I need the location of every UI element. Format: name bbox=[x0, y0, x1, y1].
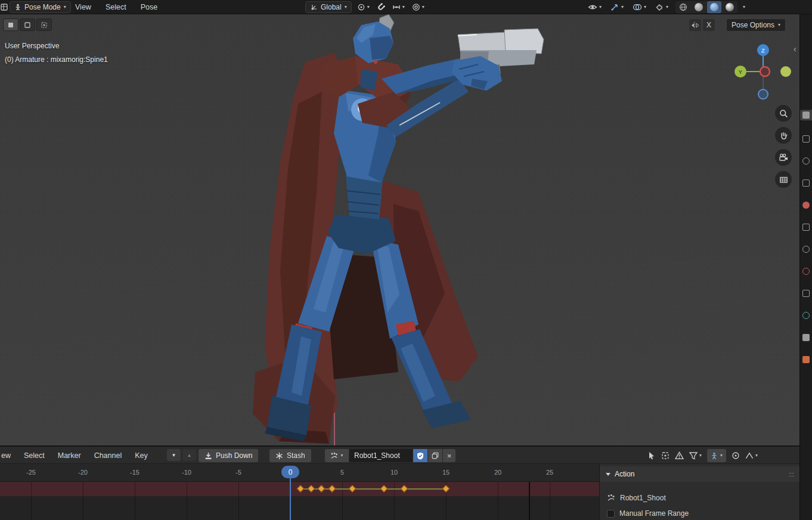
fake-user-toggle[interactable] bbox=[413, 449, 427, 462]
browse-action-dropdown[interactable]: ▾ bbox=[325, 449, 349, 462]
selected-frame-filter-icon[interactable] bbox=[661, 451, 670, 460]
menu-select[interactable]: Select bbox=[106, 3, 126, 11]
mode-selector-dropdown[interactable]: Pose Mode ▾ bbox=[10, 1, 71, 13]
menu-view[interactable]: View bbox=[75, 3, 91, 11]
chevron-down-icon: ▾ bbox=[340, 453, 343, 458]
properties-tab-icon[interactable] bbox=[802, 202, 810, 209]
properties-tab-icon[interactable] bbox=[802, 157, 810, 165]
timeline-ruler[interactable]: -25-20-15-10-50510152025 0 bbox=[0, 464, 599, 482]
filter-datatype-dropdown[interactable]: ▾ bbox=[707, 449, 726, 462]
push-down-button[interactable]: Push Down bbox=[199, 449, 258, 462]
action-name-field[interactable]: Robot1_Shoot bbox=[349, 449, 413, 462]
toggle-ortho-button[interactable] bbox=[775, 171, 792, 188]
select-extend-icon bbox=[41, 21, 48, 29]
shading-wireframe-button[interactable] bbox=[676, 1, 690, 13]
snap-target-dropdown[interactable]: ▾ bbox=[390, 1, 407, 13]
triangle-down-icon: ▼ bbox=[172, 453, 176, 458]
select-tweak-tool-button[interactable] bbox=[3, 18, 18, 31]
gizmo-z-label: Z bbox=[761, 47, 765, 54]
keyframe-diamond[interactable] bbox=[349, 485, 357, 493]
action-panel-header[interactable]: Action :::: bbox=[600, 466, 799, 482]
chevron-down-icon: ▾ bbox=[666, 5, 668, 10]
layer-down-button[interactable]: ▼ bbox=[167, 449, 181, 461]
snap-toggle-button[interactable] bbox=[375, 1, 387, 13]
menu-key[interactable]: Key bbox=[135, 451, 148, 460]
new-action-copy-button[interactable] bbox=[428, 449, 442, 462]
gizmo-z-neg-axis[interactable] bbox=[758, 89, 768, 99]
track-area[interactable] bbox=[0, 482, 599, 520]
interpolation-dropdown[interactable]: ▾ bbox=[745, 452, 758, 459]
unlink-action-button[interactable]: × bbox=[443, 449, 455, 462]
push-down-label: Push Down bbox=[216, 451, 252, 460]
pose-mirror-button[interactable] bbox=[689, 19, 701, 31]
action-datablock-row[interactable]: Robot1_Shoot bbox=[600, 490, 799, 506]
gizmo-y-neg-axis[interactable] bbox=[780, 66, 791, 77]
properties-tab-icon[interactable] bbox=[802, 312, 810, 319]
funnel-icon bbox=[689, 452, 698, 460]
keyframe-diamond[interactable] bbox=[442, 485, 450, 493]
shading-options-chevron-icon[interactable]: ▾ bbox=[743, 5, 745, 10]
keyframe-diamond[interactable] bbox=[307, 485, 315, 493]
menu-select[interactable]: Select bbox=[24, 451, 45, 460]
keyframe-diamond[interactable] bbox=[318, 485, 326, 493]
manual-frame-range-checkbox[interactable] bbox=[607, 510, 615, 518]
xray-dropdown[interactable]: ▾ bbox=[653, 1, 670, 13]
keyframe-diamond[interactable] bbox=[401, 485, 408, 493]
pivot-point-dropdown[interactable]: ▾ bbox=[355, 1, 371, 13]
pan-button[interactable] bbox=[775, 127, 792, 144]
stash-button[interactable]: Stash bbox=[269, 449, 311, 462]
menu-pose[interactable]: Pose bbox=[141, 3, 158, 11]
filter-dropdown[interactable]: ▾ bbox=[689, 452, 702, 460]
show-errors-icon[interactable] bbox=[675, 451, 684, 460]
navigation-gizmo[interactable]: Z Y bbox=[732, 42, 794, 104]
current-frame-value: 0 bbox=[289, 468, 293, 476]
proportional-editing-dropdown[interactable]: ▾ bbox=[410, 1, 426, 13]
chevron-down-icon: ▾ bbox=[755, 453, 758, 458]
shading-material-button[interactable] bbox=[707, 1, 721, 13]
properties-tab-icon[interactable] bbox=[802, 179, 810, 187]
x-axis-mirror-toggle[interactable]: X bbox=[703, 19, 715, 31]
layer-up-button[interactable]: ▲ bbox=[182, 449, 196, 461]
3d-viewport[interactable]: User Perspective (0) Armature : mixamori… bbox=[0, 14, 799, 445]
playhead-line[interactable] bbox=[290, 477, 291, 520]
properties-tab-icon[interactable] bbox=[802, 290, 810, 297]
properties-tab-icon[interactable] bbox=[802, 268, 810, 275]
keyframe-diamond[interactable] bbox=[328, 485, 336, 493]
only-selected-filter-icon[interactable] bbox=[647, 451, 656, 460]
properties-tab-icon[interactable] bbox=[802, 356, 810, 363]
action-panel-title: Action bbox=[615, 470, 634, 478]
properties-tab-icon[interactable] bbox=[802, 224, 810, 231]
zoom-button[interactable] bbox=[775, 105, 792, 122]
camera-view-button[interactable] bbox=[775, 149, 792, 166]
properties-tab-icon[interactable] bbox=[802, 334, 810, 341]
overlays-dropdown[interactable]: ▾ bbox=[631, 1, 648, 13]
gizmos-dropdown[interactable]: ▾ bbox=[609, 1, 625, 13]
chevron-down-icon: ▾ bbox=[644, 5, 646, 10]
ruler-tick-label: 5 bbox=[340, 469, 344, 476]
transform-orientation-dropdown[interactable]: Global ▾ bbox=[305, 1, 352, 13]
armature-icon bbox=[711, 452, 718, 460]
select-box-tool-button[interactable] bbox=[20, 18, 35, 31]
panel-grip-icon[interactable]: :::: bbox=[789, 471, 794, 478]
chevron-down-icon: ▾ bbox=[778, 23, 780, 27]
pose-options-dropdown[interactable]: Pose Options ▾ bbox=[726, 18, 786, 32]
menu-view-truncated[interactable]: ew bbox=[1, 451, 11, 460]
overlays-icon bbox=[633, 3, 642, 11]
properties-tab-icon[interactable] bbox=[802, 135, 810, 143]
shading-rendered-button[interactable] bbox=[723, 1, 737, 13]
menu-channel[interactable]: Channel bbox=[94, 451, 122, 460]
current-frame-badge[interactable]: 0 bbox=[281, 466, 299, 478]
pose-mode-icon bbox=[14, 4, 21, 11]
proportional-toggle-icon[interactable] bbox=[732, 451, 740, 460]
menu-marker[interactable]: Marker bbox=[58, 451, 81, 460]
properties-tab-active[interactable] bbox=[800, 110, 812, 120]
shading-solid-button[interactable] bbox=[692, 1, 706, 13]
object-visibility-dropdown[interactable]: ▾ bbox=[586, 1, 603, 13]
properties-tab-icon[interactable] bbox=[802, 246, 810, 253]
gizmo-x-axis[interactable] bbox=[760, 67, 770, 76]
select-mode-extra-button[interactable] bbox=[36, 18, 52, 31]
editor-type-button[interactable] bbox=[0, 1, 10, 13]
keyframe-diamond[interactable] bbox=[380, 485, 388, 493]
keyframe-diamond[interactable] bbox=[297, 485, 305, 493]
magnet-icon bbox=[377, 3, 385, 11]
